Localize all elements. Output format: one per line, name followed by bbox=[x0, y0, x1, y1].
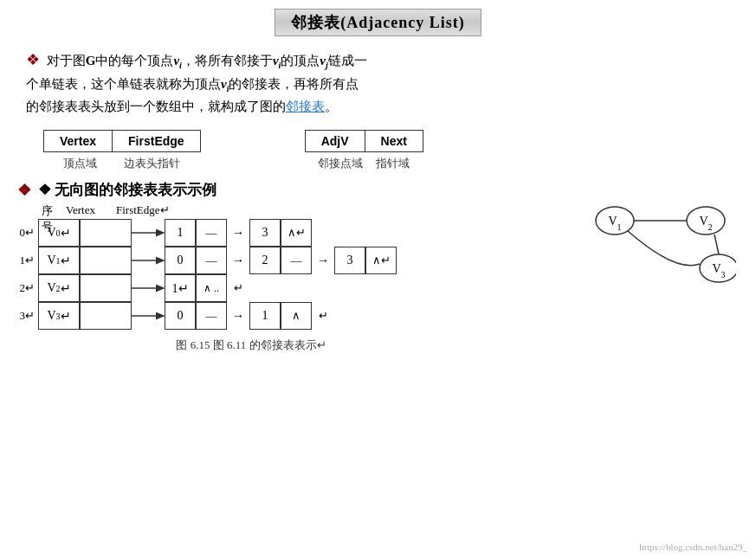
row-3: 3↵ V3↵ bbox=[17, 302, 132, 330]
row-3-firstedge bbox=[80, 302, 132, 330]
section-label: ❖ 无向图的邻接表表示示例 bbox=[38, 180, 216, 200]
table1-header-vertex: Vertex bbox=[44, 131, 113, 152]
diagram-area: 序号 Vertex FirstEdge↵ 0↵ V0↵ 1↵ V1↵ 2↵ V2… bbox=[17, 203, 745, 454]
row-1-vertex: V1↵ bbox=[38, 247, 80, 274]
edge-table: AdjV Next 邻接点域 指针域 bbox=[305, 130, 423, 171]
row-2: 2↵ V2↵ bbox=[17, 274, 132, 302]
row-2-firstedge bbox=[80, 274, 132, 302]
diagram-caption: 图 6.15 图 6.11 的邻接表表示↵ bbox=[17, 337, 485, 353]
row-3-vertex: V3↵ bbox=[38, 302, 80, 330]
adjacency-list-link[interactable]: 邻接表 bbox=[286, 100, 325, 113]
table1-header-firstedge: FirstEdge bbox=[113, 131, 201, 152]
table2-header-next: Next bbox=[365, 131, 423, 152]
watermark: https://blog.csdn.net/han29_ bbox=[639, 542, 747, 552]
table-section: Vertex FirstEdge 顶点域 边表头指针 AdjV Next 邻接点… bbox=[17, 130, 739, 171]
bullet-icon: ❖ bbox=[26, 51, 40, 68]
desc-text: 对于图G中的每个顶点vi，将所有邻接于vi的顶点vj链成一 个单链表，这个单链表… bbox=[26, 54, 367, 113]
row-1-nodes: 0 — → 2 — → 3 ∧↵ bbox=[165, 247, 397, 274]
row-0-firstedge bbox=[80, 219, 132, 247]
page: 邻接表(Adjacency List) ❖ 对于图G中的每个顶点vi，将所有邻接… bbox=[0, 0, 756, 559]
table1-label2: 边表头指针 bbox=[124, 156, 180, 171]
table1-label1: 顶点域 bbox=[63, 156, 97, 171]
table2-label2: 指针域 bbox=[376, 156, 410, 171]
row-1: 1↵ V1↵ bbox=[17, 247, 132, 274]
title-bar: 邻接表(Adjacency List) bbox=[17, 9, 739, 36]
table2-header-adjv: AdjV bbox=[305, 131, 365, 152]
row-1-num: 1↵ bbox=[17, 254, 38, 267]
row-0-node1: 1 — → 3 ∧↵ bbox=[165, 219, 312, 247]
row-3-num: 3↵ bbox=[17, 309, 38, 323]
row-2-vertex: V2↵ bbox=[38, 274, 80, 302]
row-2-nodes: 1↵ ∧ .. ↵ bbox=[165, 274, 243, 302]
vertex-table: Vertex FirstEdge 顶点域 边表头指针 bbox=[43, 130, 201, 171]
row-1-firstedge bbox=[80, 247, 132, 274]
row-0: 0↵ V0↵ bbox=[17, 219, 132, 247]
svg-line-11 bbox=[714, 235, 719, 254]
description: ❖ 对于图G中的每个顶点vi，将所有邻接于vi的顶点vj链成一 个单链表，这个单… bbox=[17, 47, 739, 118]
graph-diagram: V1 V2 V3 bbox=[563, 186, 736, 293]
page-title: 邻接表(Adjacency List) bbox=[275, 9, 481, 36]
table2-label1: 邻接点域 bbox=[318, 156, 363, 171]
row-0-vertex: V0↵ bbox=[38, 219, 80, 247]
row-3-nodes: 0 — → 1 ∧ ↵ bbox=[165, 302, 328, 330]
section-bullet-icon: ❖ bbox=[17, 181, 31, 200]
row-2-num: 2↵ bbox=[17, 281, 38, 295]
row-0-num: 0↵ bbox=[17, 226, 38, 240]
